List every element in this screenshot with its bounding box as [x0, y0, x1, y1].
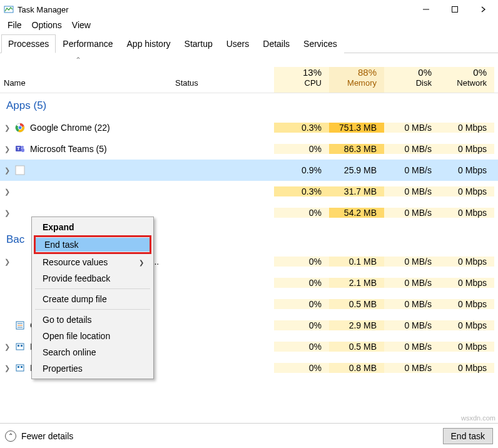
col-cpu[interactable]: 13% CPU: [274, 67, 329, 93]
cpu-value: 0%: [274, 144, 329, 154]
ctf-icon: [14, 320, 26, 330]
disk-value: 0 MB/s: [384, 257, 439, 267]
ctx-properties[interactable]: Properties: [34, 360, 151, 377]
expand-icon[interactable]: ❯: [0, 145, 14, 153]
tab-startup[interactable]: Startup: [178, 34, 220, 53]
col-status[interactable]: Status: [175, 78, 274, 93]
process-row[interactable]: ❯ Google Chrome (22) 0.3% 751.3 MB 0 MB/…: [0, 117, 498, 138]
end-task-button[interactable]: End task: [443, 428, 493, 444]
maximize-button[interactable]: [440, 0, 469, 19]
net-value: 0 Mbps: [439, 278, 494, 288]
process-row[interactable]: ❯ 0.3% 31.7 MB 0 MB/s 0 Mbps: [0, 181, 498, 202]
expand-icon[interactable]: ❯: [0, 188, 14, 196]
expand-icon[interactable]: ❯: [0, 258, 14, 266]
disk-value: 0 MB/s: [384, 342, 439, 352]
menu-view[interactable]: View: [68, 20, 94, 30]
net-value: 0 Mbps: [439, 342, 494, 352]
expand-icon[interactable]: ❯: [0, 343, 14, 351]
footer-bar: ⌃ Fewer details End task: [0, 423, 498, 448]
ctx-expand[interactable]: Expand: [34, 219, 151, 235]
net-value: 0 Mbps: [439, 144, 494, 154]
net-value: 0 Mbps: [439, 320, 494, 330]
separator: [35, 309, 150, 310]
ctx-open-file-location[interactable]: Open file location: [34, 328, 151, 344]
window-title: Task Manager: [18, 5, 69, 14]
titlebar: Task Manager: [0, 0, 498, 19]
mem-value: 2.1 MB: [329, 278, 384, 288]
ctx-resource-values[interactable]: Resource values❯: [34, 254, 151, 270]
cpu-value: 0%: [274, 208, 329, 218]
disk-value: 0 MB/s: [384, 186, 439, 196]
svg-rect-19: [18, 366, 19, 368]
menu-file[interactable]: File: [4, 20, 26, 30]
tab-performance[interactable]: Performance: [56, 34, 119, 53]
expand-icon[interactable]: ❯: [0, 364, 14, 372]
disk-value: 0 MB/s: [384, 278, 439, 288]
mem-value: 0.8 MB: [329, 363, 384, 373]
group-apps: Apps (5): [0, 93, 498, 117]
process-row[interactable]: ❯ T Microsoft Teams (5) 0% 86.3 MB 0 MB/…: [0, 138, 498, 160]
net-value: 0 Mbps: [439, 363, 494, 373]
process-name: Microsoft Teams (5): [26, 144, 175, 154]
window-controls: [412, 0, 498, 19]
disk-value: 0 MB/s: [384, 165, 439, 175]
col-disk[interactable]: 0% Disk: [384, 67, 439, 93]
ctx-go-to-details[interactable]: Go to details: [34, 312, 151, 328]
cpu-value: 0%: [274, 257, 329, 267]
svg-rect-16: [18, 345, 19, 347]
tab-processes[interactable]: Processes: [1, 34, 56, 53]
mem-value: 0.5 MB: [329, 299, 384, 309]
net-value: 0 Mbps: [439, 257, 494, 267]
tab-details[interactable]: Details: [256, 34, 297, 53]
dax-icon: [14, 342, 26, 352]
col-name[interactable]: Name: [0, 78, 175, 93]
tab-users[interactable]: Users: [220, 34, 257, 53]
mem-value: 0.5 MB: [329, 342, 384, 352]
ctx-provide-feedback[interactable]: Provide feedback: [34, 270, 151, 287]
minimize-button[interactable]: [412, 0, 440, 19]
process-list: Apps (5) ❯ Google Chrome (22) 0.3% 751.3…: [0, 93, 498, 446]
disk-value: 0 MB/s: [384, 208, 439, 218]
menu-options[interactable]: Options: [28, 20, 66, 30]
mem-value: 31.7 MB: [329, 186, 384, 196]
mem-value: 2.9 MB: [329, 320, 384, 330]
svg-rect-18: [16, 365, 24, 371]
svg-rect-15: [16, 344, 24, 350]
submenu-arrow-icon: ❯: [139, 259, 144, 266]
mem-value: 86.3 MB: [329, 144, 384, 154]
cpu-value: 0%: [274, 342, 329, 352]
chrome-icon: [14, 123, 26, 133]
overflow-button[interactable]: [469, 0, 498, 19]
ctx-search-online[interactable]: Search online: [34, 344, 151, 360]
svg-rect-10: [16, 166, 24, 175]
expand-icon[interactable]: ❯: [0, 124, 14, 132]
svg-point-8: [21, 146, 24, 148]
svg-rect-17: [21, 345, 23, 347]
cpu-value: 0%: [274, 320, 329, 330]
svg-rect-20: [21, 366, 23, 368]
cpu-value: 0%: [274, 278, 329, 288]
expand-icon[interactable]: ❯: [0, 209, 14, 217]
teams-icon: T: [14, 144, 26, 154]
col-network[interactable]: 0% Network: [439, 67, 494, 93]
ctx-end-task[interactable]: End task: [36, 238, 150, 252]
col-memory[interactable]: 88% Memory: [329, 67, 384, 93]
fewer-details-button[interactable]: ⌃ Fewer details: [5, 430, 73, 442]
tab-services[interactable]: Services: [297, 34, 344, 53]
sort-indicator-icon: ⌃: [75, 56, 81, 64]
expand-icon[interactable]: ❯: [0, 166, 14, 175]
app-icon: [14, 165, 26, 175]
tab-app-history[interactable]: App history: [120, 34, 178, 53]
disk-value: 0 MB/s: [384, 123, 439, 133]
watermark: wsxdn.com: [461, 414, 495, 422]
ctx-create-dump[interactable]: Create dump file: [34, 291, 151, 307]
cpu-value: 0.9%: [274, 165, 329, 175]
net-value: 0 Mbps: [439, 123, 494, 133]
svg-text:T: T: [17, 146, 20, 151]
cpu-value: 0%: [274, 363, 329, 373]
net-value: 0 Mbps: [439, 165, 494, 175]
disk-value: 0 MB/s: [384, 320, 439, 330]
process-name: Google Chrome (22): [26, 123, 175, 133]
process-row-selected[interactable]: ❯ 0.9% 25.9 MB 0 MB/s 0 Mbps: [0, 160, 498, 181]
net-value: 0 Mbps: [439, 186, 494, 196]
